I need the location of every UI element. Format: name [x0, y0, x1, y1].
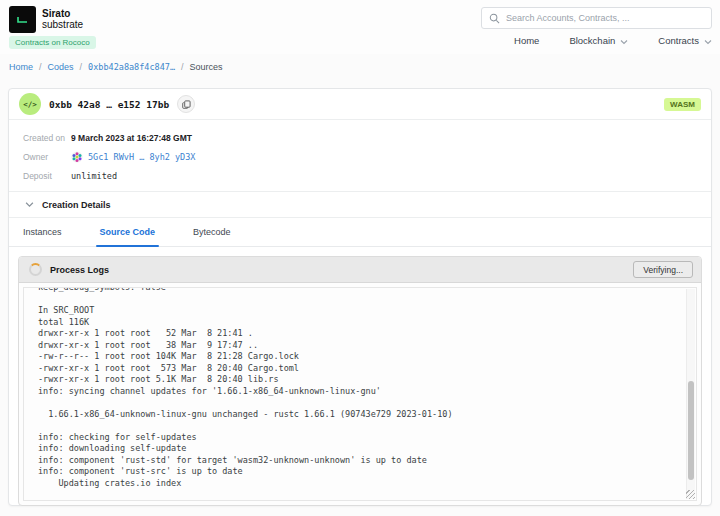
- wasm-badge: WASM: [664, 98, 701, 111]
- chevron-down-icon: [704, 37, 712, 45]
- code-hash-row: </> 0xbb 42a8 … e152 17bb WASM: [9, 89, 711, 120]
- log-scrollbar-track: [686, 289, 695, 499]
- deposit-label: Deposit: [23, 171, 71, 181]
- breadcrumb-separator: /: [39, 62, 42, 72]
- logo-text: Sirato substrate: [42, 9, 83, 30]
- nav-item-blockchain[interactable]: Blockchain: [569, 35, 628, 46]
- sirato-logo-icon: [9, 6, 36, 33]
- chevron-down-icon: [25, 200, 34, 209]
- verifying-button[interactable]: Verifying...: [633, 261, 693, 278]
- meta-row-deposit: Deposit unlimited: [23, 166, 701, 185]
- creation-details-toggle[interactable]: Creation Details: [9, 191, 711, 217]
- logo-subtitle: substrate: [42, 20, 83, 31]
- chevron-down-icon: [620, 37, 628, 45]
- resize-handle[interactable]: [686, 490, 695, 499]
- code-metadata: Created on 9 March 2023 at 16:27:48 GMT …: [9, 120, 711, 191]
- tab-source-code[interactable]: Source Code: [100, 218, 156, 246]
- created-on-label: Created on: [23, 133, 71, 143]
- owner-address-link[interactable]: 5Gc1 RWvH … 8yh2 yD3X: [88, 152, 195, 162]
- code-icon: </>: [19, 93, 41, 115]
- breadcrumb-code-hash[interactable]: 0xbb42a8a8f4c847…: [88, 62, 175, 72]
- logo-title: Sirato: [42, 9, 83, 20]
- tab-bar: Instances Source Code Bytecode: [9, 217, 711, 247]
- meta-row-owner: Owner 5Gc1 RW: [23, 147, 701, 166]
- deposit-value: unlimited: [71, 171, 117, 181]
- breadcrumb-codes[interactable]: Codes: [48, 62, 74, 72]
- meta-row-created-on: Created on 9 March 2023 at 16:27:48 GMT: [23, 128, 701, 147]
- breadcrumb: Home / Codes / 0xbb42a8a8f4c847… / Sourc…: [9, 62, 223, 72]
- nav-item-contracts[interactable]: Contracts: [658, 35, 712, 46]
- code-detail-card: </> 0xbb 42a8 … e152 17bb WASM Created o…: [8, 88, 712, 506]
- main-nav: Home Blockchain Contracts: [514, 35, 712, 46]
- breadcrumb-home[interactable]: Home: [9, 62, 33, 72]
- breadcrumb-separator: /: [80, 62, 83, 72]
- breadcrumb-current-page: Sources: [190, 62, 223, 72]
- search-input[interactable]: [506, 13, 704, 23]
- tab-bytecode[interactable]: Bytecode: [193, 218, 231, 246]
- search-icon: [489, 13, 500, 24]
- created-on-value: 9 March 2023 at 16:27:48 GMT: [71, 133, 192, 143]
- copy-icon[interactable]: [177, 95, 195, 113]
- nav-home-label: Home: [514, 35, 539, 46]
- network-badge: Contracts on Rococo: [9, 36, 96, 49]
- creation-details-label: Creation Details: [42, 200, 111, 210]
- breadcrumb-separator: /: [181, 62, 184, 72]
- nav-blockchain-label: Blockchain: [569, 35, 615, 46]
- spinner-icon: [29, 263, 42, 276]
- topbar: Sirato substrate Contracts on Rococo Hom…: [0, 0, 720, 54]
- owner-value-wrap: 5Gc1 RWvH … 8yh2 yD3X: [71, 151, 195, 163]
- nav-contracts-label: Contracts: [658, 35, 699, 46]
- tab-instances[interactable]: Instances: [23, 218, 62, 246]
- owner-label: Owner: [23, 152, 71, 162]
- identicon: [71, 151, 83, 163]
- process-logs-title: Process Logs: [50, 265, 109, 275]
- process-logs-panel: Process Logs Verifying... keep_debug_sym…: [18, 256, 702, 506]
- log-output-text: keep_debug_symbols: false In SRC_ROOT to…: [24, 287, 696, 489]
- log-scrollbar-thumb[interactable]: [688, 381, 694, 480]
- sirato-logo[interactable]: Sirato substrate: [9, 6, 83, 33]
- code-hash: 0xbb 42a8 … e152 17bb: [49, 99, 169, 110]
- process-logs-header: Process Logs Verifying...: [19, 257, 701, 283]
- search-box: [481, 7, 712, 29]
- page: Sirato substrate Contracts on Rococo Hom…: [0, 0, 720, 516]
- nav-item-home[interactable]: Home: [514, 35, 539, 46]
- log-output-area: keep_debug_symbols: false In SRC_ROOT to…: [23, 287, 697, 501]
